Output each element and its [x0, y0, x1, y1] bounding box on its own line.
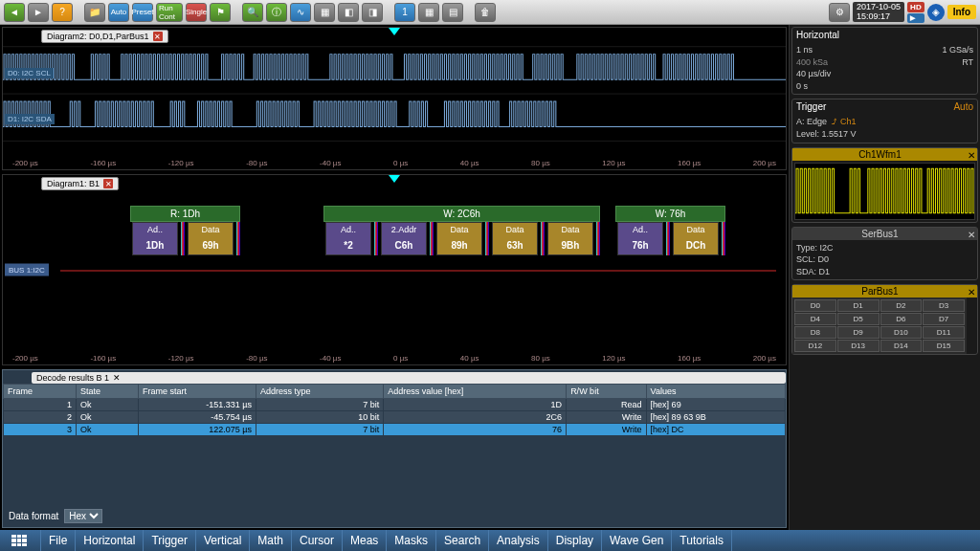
menu-display[interactable]: Display	[548, 530, 602, 551]
table-header: State	[76, 385, 138, 399]
parbus-cell: D10	[880, 326, 923, 339]
datetime-display: 2017-10-05 15:09:17	[853, 2, 904, 23]
parbus-cell: D7	[923, 313, 965, 325]
parbus-cell: D9	[837, 326, 880, 339]
flag-button[interactable]: ⚑	[210, 3, 231, 22]
time-axis: -200 µs-160 µs-120 µs-80 µs-40 µs0 µs40 …	[3, 354, 786, 363]
side-panel: Horizontal 1 ns1 GSa/s 400 kSaRT 40 µs/d…	[789, 25, 980, 530]
menu-cursor[interactable]: Cursor	[292, 530, 343, 551]
hd-badge: HD	[907, 2, 924, 12]
preset-button[interactable]: Preset	[132, 3, 153, 22]
decode-results-panel: Decode results B 1 ✕ FrameStateFrame sta…	[2, 369, 787, 528]
copy-button[interactable]: ▦	[418, 3, 439, 22]
close-icon[interactable]: ✕	[968, 230, 975, 240]
ch1-thumbnail	[794, 163, 975, 220]
table-header: R/W bit	[567, 385, 646, 399]
bus-line	[60, 270, 776, 272]
parbus-box[interactable]: ParBus1✕ D0D1D2D3D4D5D6D7D8D9D10D11D12D1…	[791, 284, 978, 355]
decode-table: FrameStateFrame startAddress typeAddress…	[3, 384, 786, 436]
diagram2-panel: Diagram2: D0,D1,ParBus1 ✕ D0: I2C SCL D1…	[2, 27, 787, 170]
horizontal-box[interactable]: Horizontal 1 ns1 GSa/s 400 kSaRT 40 µs/d…	[791, 27, 978, 95]
time-axis: -200 µs-160 µs-120 µs-80 µs-40 µs0 µs40 …	[3, 159, 786, 167]
net-badge: ▶	[907, 13, 924, 23]
menu-wave-gen[interactable]: Wave Gen	[602, 530, 672, 551]
parbus-cell: D11	[923, 326, 965, 339]
open-button[interactable]: 📁	[84, 3, 105, 22]
notes-button[interactable]: ▤	[442, 3, 463, 22]
d1-label: D1: I2C SDA	[5, 114, 55, 124]
parbus-cell: D3	[923, 299, 965, 312]
parbus-cell: D12	[794, 340, 836, 352]
find-button[interactable]: ⓘ	[266, 3, 287, 22]
ch1wfm-box[interactable]: Ch1Wfm1 ✕	[791, 147, 978, 223]
menu-search[interactable]: Search	[436, 530, 489, 551]
menu-file[interactable]: File	[41, 530, 76, 551]
close-icon[interactable]: ✕	[968, 287, 975, 298]
decode-frame-group: W: 2C6hAd..*22.AddrC6hData89hData63hData…	[323, 206, 600, 255]
app-menu-button[interactable]	[4, 530, 41, 551]
parbus-cell: D8	[794, 326, 836, 339]
parbus-cell: D0	[794, 299, 836, 312]
close-icon[interactable]: ✕	[153, 32, 163, 41]
data-format-label: Data format	[9, 511, 58, 521]
help-button[interactable]: ?	[52, 3, 73, 22]
decode-tab[interactable]: Decode results B 1 ✕	[32, 372, 786, 384]
trigger-marker-icon	[389, 175, 400, 183]
forward-button[interactable]: ►	[28, 3, 49, 22]
trigger-marker-icon	[389, 28, 400, 35]
table-row[interactable]: 2Ok-45.754 µs10 bit2C6Write[hex] 89 63 9…	[4, 411, 786, 424]
bus-label: BUS 1:I2C	[5, 264, 49, 276]
decode-frame-group: R: 1DhAd..1DhData69h	[130, 206, 240, 255]
digital-waveform	[3, 28, 786, 169]
settings-button[interactable]: ◧	[338, 3, 359, 22]
parbus-cell: D14	[880, 340, 923, 352]
parbus-cell: D6	[880, 313, 923, 325]
grid-button[interactable]: ▦	[314, 3, 335, 22]
diagram1-panel: Diagram1: B1 ✕ BUS 1:I2C R: 1DhAd..1DhDa…	[2, 174, 787, 365]
table-header: Address value [hex]	[384, 385, 567, 399]
gear-button[interactable]: ⚙	[829, 3, 850, 22]
single-button[interactable]: Single	[186, 3, 207, 22]
table-header: Values	[646, 385, 785, 399]
back-button[interactable]: ◄	[4, 3, 25, 22]
decode-frame-group: W: 76hAd..76hDataDCh	[615, 206, 725, 255]
menu-horizontal[interactable]: Horizontal	[76, 530, 144, 551]
info-button[interactable]: Info	[947, 5, 976, 19]
menu-trigger[interactable]: Trigger	[144, 530, 196, 551]
close-icon[interactable]: ✕	[103, 179, 113, 188]
trigger-box[interactable]: TriggerAuto A: Edge ⭜ Ch1 Level: 1.5517 …	[791, 99, 978, 143]
parbus-cell: D5	[837, 313, 880, 325]
table-row[interactable]: 3Ok122.075 µs7 bit76Write[hex] DC	[4, 424, 786, 436]
table-header: Frame	[4, 385, 77, 399]
parbus-cell: D4	[794, 313, 836, 325]
measure-button[interactable]: ∿	[290, 3, 311, 22]
menu-meas[interactable]: Meas	[343, 530, 387, 551]
auto-button[interactable]: Auto	[108, 3, 129, 22]
menu-masks[interactable]: Masks	[387, 530, 436, 551]
close-icon[interactable]: ✕	[113, 373, 121, 383]
delete-button[interactable]: 🗑	[475, 3, 496, 22]
bottom-menu: FileHorizontalTriggerVerticalMathCursorM…	[0, 530, 980, 551]
d0-label: D0: I2C SCL	[5, 68, 54, 78]
parbus-cell: D13	[837, 340, 880, 352]
parbus-cell: D1	[837, 299, 880, 312]
menu-vertical[interactable]: Vertical	[196, 530, 250, 551]
zoom-in-button[interactable]: 🔍	[242, 3, 263, 22]
parbus-cell: D15	[923, 340, 965, 352]
menu-tutorials[interactable]: Tutorials	[672, 530, 732, 551]
tool-button[interactable]: ◨	[362, 3, 383, 22]
logo-icon: ◈	[927, 4, 945, 21]
diagram2-tab[interactable]: Diagram2: D0,D1,ParBus1 ✕	[41, 30, 168, 43]
parbus-cell: D2	[880, 299, 923, 312]
snapshot-button[interactable]: 1	[394, 3, 415, 22]
close-icon[interactable]: ✕	[968, 150, 975, 161]
top-toolbar: ◄ ► ? 📁 Auto Preset Run Cont Single ⚑ 🔍 …	[0, 0, 980, 25]
menu-analysis[interactable]: Analysis	[489, 530, 548, 551]
table-row[interactable]: 1Ok-151.331 µs7 bit1DRead[hex] 69	[4, 399, 786, 411]
run-cont-button[interactable]: Run Cont	[156, 3, 183, 22]
table-header: Frame start	[138, 385, 256, 399]
menu-math[interactable]: Math	[250, 530, 292, 551]
data-format-select[interactable]: Hex	[64, 509, 102, 523]
diagram1-tab[interactable]: Diagram1: B1 ✕	[41, 177, 119, 190]
serbus-box[interactable]: SerBus1✕ Type: I2C SCL: D0 SDA: D1	[791, 227, 978, 281]
